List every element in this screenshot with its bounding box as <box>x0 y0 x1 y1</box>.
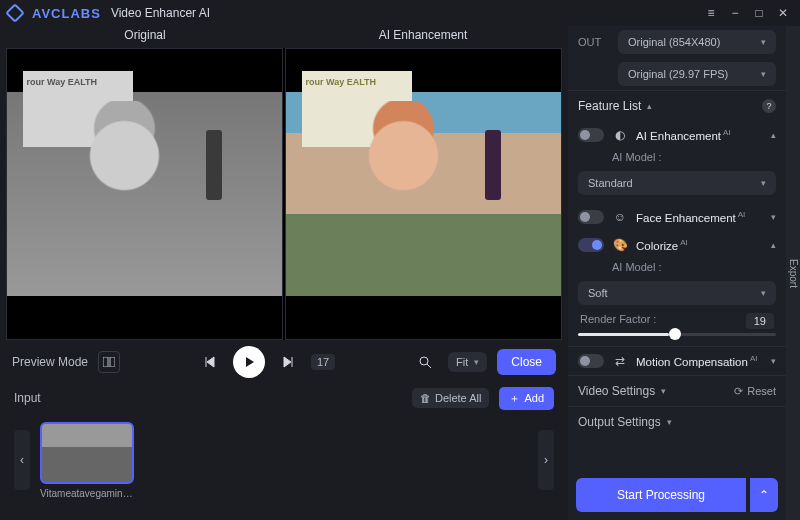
render-factor-label: Render Factor : <box>580 313 656 329</box>
tray-prev-button[interactable]: ‹ <box>14 430 30 490</box>
preview-compare: rour Way EALTH rour Way EALTH <box>6 48 562 340</box>
preview-enhanced: rour Way EALTH <box>285 48 562 340</box>
start-more-button[interactable]: ⌃ <box>750 478 778 512</box>
brand-icon <box>5 3 25 23</box>
trash-icon: 🗑 <box>420 392 431 404</box>
preview-original: rour Way EALTH <box>6 48 283 340</box>
menu-icon[interactable]: ≡ <box>702 4 720 22</box>
titlebar: AVCLABS Video Enhancer AI ≡ − □ ✕ <box>0 0 800 26</box>
preview-header: Original AI Enhancement <box>6 26 562 48</box>
thumbnail-image <box>40 422 134 484</box>
out-label: OUT <box>578 36 610 48</box>
toggle-colorize[interactable] <box>578 238 604 252</box>
preview-layout-button[interactable] <box>98 351 120 373</box>
maximize-icon[interactable]: □ <box>750 4 768 22</box>
chevron-down-icon: ▾ <box>661 386 666 396</box>
collapse-icon[interactable]: ▴ <box>771 130 776 140</box>
feature-colorize: 🎨 ColorizeAI ▴ <box>568 231 786 259</box>
ai-model-label: AI Model : <box>568 149 786 171</box>
contrast-icon: ◐ <box>612 127 628 143</box>
feature-ai-enhancement: ◐ AI EnhancementAI ▴ <box>568 121 786 149</box>
chevron-down-icon: ▾ <box>761 288 766 298</box>
feature-face-enhancement: ☺ Face EnhancementAI ▾ <box>568 203 786 231</box>
feature-list-header[interactable]: Feature List ▴ ? <box>568 90 786 121</box>
sign-text: rour Way EALTH <box>23 71 134 147</box>
fps-select[interactable]: Original (29.97 FPS)▾ <box>618 62 776 86</box>
play-icon <box>243 356 255 368</box>
expand-icon[interactable]: ▾ <box>771 356 776 366</box>
help-icon[interactable]: ? <box>762 99 776 113</box>
close-preview-button[interactable]: Close <box>497 349 556 375</box>
prev-frame-button[interactable] <box>197 349 223 375</box>
video-settings-row[interactable]: Video Settings▾ ⟳Reset <box>568 375 786 406</box>
chevron-up-icon: ▴ <box>647 101 652 111</box>
resolution-select[interactable]: Original (854X480)▾ <box>618 30 776 54</box>
fit-label: Fit <box>456 356 468 368</box>
skip-back-icon <box>204 356 216 368</box>
start-processing-button[interactable]: Start Processing <box>576 478 746 512</box>
svg-rect-0 <box>103 357 108 367</box>
svg-rect-1 <box>110 357 115 367</box>
app-title: Video Enhancer AI <box>111 6 210 20</box>
palette-icon: 🎨 <box>612 237 628 253</box>
collapse-icon[interactable]: ▴ <box>771 240 776 250</box>
expand-icon[interactable]: ▾ <box>771 212 776 222</box>
output-settings-row[interactable]: Output Settings▾ <box>568 406 786 437</box>
clip-thumbnail[interactable]: Vitameatavegamin.mp4 <box>40 422 134 499</box>
zoom-fit-select[interactable]: Fit ▾ <box>448 352 487 372</box>
preview-mode-label: Preview Mode <box>12 355 88 369</box>
reset-button[interactable]: ⟳Reset <box>734 385 776 398</box>
close-icon[interactable]: ✕ <box>774 4 792 22</box>
render-factor-value[interactable]: 19 <box>746 313 774 329</box>
zoom-button[interactable] <box>412 349 438 375</box>
input-label: Input <box>14 391 41 405</box>
toggle-ai-enhancement[interactable] <box>578 128 604 142</box>
slider-thumb[interactable] <box>669 328 681 340</box>
skip-forward-icon <box>282 356 294 368</box>
chevron-down-icon: ▾ <box>761 69 766 79</box>
render-factor-slider[interactable] <box>578 333 776 336</box>
colorize-model-select[interactable]: Soft▾ <box>578 281 776 305</box>
clip-filename: Vitameatavegamin.mp4 <box>40 488 134 499</box>
next-frame-button[interactable] <box>275 349 301 375</box>
original-label: Original <box>6 26 284 48</box>
chevron-down-icon: ▾ <box>667 417 672 427</box>
motion-icon: ⇄ <box>612 353 628 369</box>
columns-icon <box>103 357 115 367</box>
minimize-icon[interactable]: − <box>726 4 744 22</box>
chevron-down-icon: ▾ <box>474 357 479 367</box>
face-icon: ☺ <box>612 209 628 225</box>
add-clip-button[interactable]: ＋ Add <box>499 387 554 410</box>
colorize-model-label: AI Model : <box>568 259 786 281</box>
svg-point-2 <box>420 357 428 365</box>
feature-motion-compensation: ⇄ Motion CompensationAI ▾ <box>568 346 786 375</box>
refresh-icon: ⟳ <box>734 385 743 398</box>
chevron-down-icon: ▾ <box>761 178 766 188</box>
frame-number[interactable]: 17 <box>311 354 335 370</box>
sign-text-color: rour Way EALTH <box>302 71 413 147</box>
chevron-up-icon: ⌃ <box>759 488 769 502</box>
toggle-face-enhancement[interactable] <box>578 210 604 224</box>
magnifier-icon <box>418 355 432 369</box>
toggle-motion-compensation[interactable] <box>578 354 604 368</box>
enhanced-label: AI Enhancement <box>284 26 562 48</box>
plus-icon: ＋ <box>509 391 520 406</box>
play-button[interactable] <box>233 346 265 378</box>
delete-all-button[interactable]: 🗑 Delete All <box>412 388 489 408</box>
brand-name: AVCLABS <box>32 6 101 21</box>
ai-model-select[interactable]: Standard▾ <box>578 171 776 195</box>
chevron-down-icon: ▾ <box>761 37 766 47</box>
tray-next-button[interactable]: › <box>538 430 554 490</box>
export-tab[interactable]: Export <box>786 26 800 520</box>
